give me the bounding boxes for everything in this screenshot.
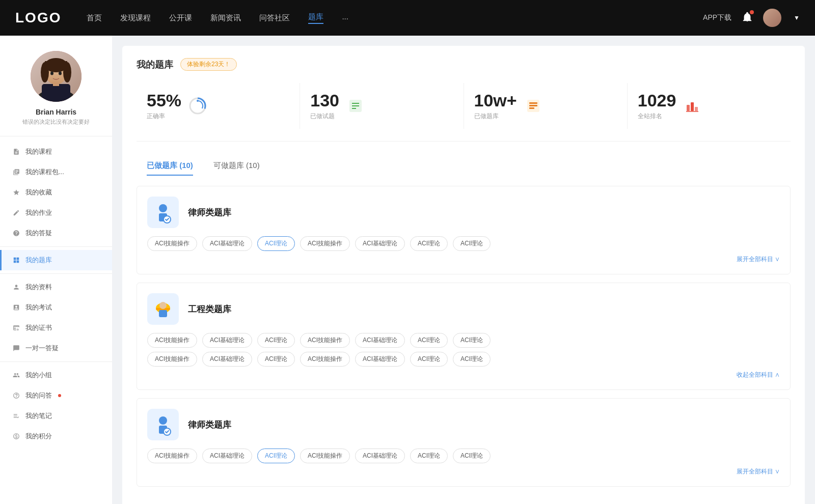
- svg-point-28: [159, 204, 167, 212]
- tag-3-1[interactable]: ACI基础理论: [202, 449, 252, 463]
- avatar-chevron-icon[interactable]: ▼: [794, 14, 800, 21]
- svg-point-11: [59, 72, 62, 75]
- nav-qa[interactable]: 问答社区: [259, 13, 290, 23]
- doc-icon: [12, 303, 20, 312]
- qbank-section-lawyer-1: 律师类题库 ACI技能操作 ACI基础理论 ACI理论 ACI技能操作 ACI基…: [137, 186, 791, 274]
- qa-icon: [12, 391, 20, 400]
- stat-rank: 1029 全站排名: [628, 83, 791, 129]
- nav-right: APP下载 ▼: [703, 9, 800, 27]
- profile-avatar: [31, 51, 82, 102]
- notification-bell[interactable]: [742, 11, 753, 24]
- expand-link-3[interactable]: 展开全部科目 ∨: [147, 467, 780, 476]
- tags-row-2a: ACI技能操作 ACI基础理论 ACI理论 ACI技能操作 ACI基础理论 AC…: [147, 333, 780, 348]
- sidebar-item-notes[interactable]: 我的笔记: [0, 406, 112, 426]
- svg-rect-21: [529, 102, 537, 104]
- svg-rect-9: [45, 61, 67, 70]
- tag-2-3[interactable]: ACI技能操作: [300, 333, 350, 348]
- tab-available-banks[interactable]: 可做题库 (10): [203, 156, 270, 176]
- tag-2-5[interactable]: ACI理论: [410, 333, 448, 348]
- profile-photo: [31, 51, 82, 102]
- sidebar-item-exam[interactable]: 我的考试: [0, 297, 112, 318]
- svg-rect-22: [529, 105, 537, 106]
- nav-qbank[interactable]: 题库: [308, 12, 323, 24]
- profile-motto: 错误的决定比没有决定要好: [10, 118, 102, 126]
- stat-label-done: 已做试题: [310, 112, 339, 121]
- question-icon: [12, 229, 20, 237]
- tab-done-banks[interactable]: 已做题库 (10): [137, 156, 203, 176]
- profile-icon: [12, 283, 20, 291]
- tag-3-6[interactable]: ACI理论: [453, 449, 491, 463]
- tag-2b-5[interactable]: ACI理论: [410, 352, 448, 367]
- logo: LOGO: [15, 10, 61, 26]
- sidebar-item-favorites[interactable]: 我的收藏: [0, 182, 112, 203]
- avatar[interactable]: [763, 9, 781, 27]
- stat-value-done: 130: [310, 91, 339, 110]
- sidebar-menu: 我的课程 我的课程包... 我的收藏 我的作业: [0, 142, 112, 446]
- qbank-title-1: 律师类题库: [188, 207, 231, 218]
- tag-2-6[interactable]: ACI理论: [453, 333, 491, 348]
- expand-link-1[interactable]: 展开全部科目 ∨: [147, 255, 780, 264]
- tag-2-4[interactable]: ACI基础理论: [355, 333, 405, 348]
- nav-news[interactable]: 新闻资讯: [210, 13, 241, 23]
- collapse-link-2[interactable]: 收起全部科目 ∧: [147, 371, 780, 379]
- tag-2-2[interactable]: ACI理论: [257, 333, 295, 348]
- tag-3-4[interactable]: ACI基础理论: [355, 449, 405, 463]
- tag-3-3[interactable]: ACI技能操作: [300, 449, 350, 463]
- tag-2b-3[interactable]: ACI技能操作: [300, 352, 350, 367]
- tag-2-1[interactable]: ACI基础理论: [202, 333, 252, 348]
- sidebar-item-courses[interactable]: 我的课程: [0, 142, 112, 162]
- tag-1-3[interactable]: ACI技能操作: [300, 236, 350, 251]
- trial-badge: 体验剩余23天！: [180, 58, 237, 71]
- tag-1-5[interactable]: ACI理论: [410, 236, 448, 251]
- tag-2b-2[interactable]: ACI理论: [257, 352, 295, 367]
- page-header: 我的题库 体验剩余23天！: [137, 58, 791, 71]
- cert-icon: [12, 324, 20, 332]
- sidebar-item-groups[interactable]: 我的小组: [0, 365, 112, 385]
- tag-1-0[interactable]: ACI技能操作: [147, 236, 197, 251]
- tag-3-2[interactable]: ACI理论: [257, 449, 295, 463]
- tag-1-6[interactable]: ACI理论: [453, 236, 491, 251]
- qbank-header-3: 律师类题库: [147, 409, 780, 440]
- nav-more[interactable]: ···: [342, 14, 348, 22]
- nav-home[interactable]: 首页: [87, 13, 102, 23]
- tag-2b-6[interactable]: ACI理论: [453, 352, 491, 367]
- sidebar-item-cert[interactable]: 我的证书: [0, 318, 112, 338]
- qbank-section-engineer: 工程类题库 ACI技能操作 ACI基础理论 ACI理论 ACI技能操作 ACI基…: [137, 283, 791, 390]
- star-icon: [12, 188, 20, 197]
- tag-1-2[interactable]: ACI理论: [257, 236, 295, 251]
- navbar: LOGO 首页 发现课程 公开课 新闻资讯 问答社区 题库 ··· APP下载 …: [0, 0, 815, 36]
- engineer-icon: [147, 293, 179, 325]
- sidebar-item-onetoone[interactable]: 一对一答疑: [0, 338, 112, 358]
- stat-label-banks: 已做题库: [474, 112, 517, 121]
- svg-point-15: [197, 100, 199, 102]
- sidebar-item-myqa[interactable]: 我的问答: [0, 385, 112, 406]
- nav-opencourse[interactable]: 公开课: [169, 13, 192, 23]
- tag-2b-0[interactable]: ACI技能操作: [147, 352, 197, 367]
- tag-2b-1[interactable]: ACI基础理论: [202, 352, 252, 367]
- tag-1-1[interactable]: ACI基础理论: [202, 236, 252, 251]
- document-icon: [524, 97, 542, 115]
- app-download-link[interactable]: APP下载: [703, 13, 731, 22]
- tag-2-0[interactable]: ACI技能操作: [147, 333, 197, 348]
- sidebar-item-qbank[interactable]: 我的题库: [0, 250, 112, 270]
- stats-row: 55% 正确率: [137, 83, 791, 142]
- svg-point-36: [159, 416, 167, 425]
- svg-point-10: [50, 72, 53, 75]
- bell-dot: [750, 10, 754, 14]
- tag-3-0[interactable]: ACI技能操作: [147, 449, 197, 463]
- sidebar-item-qa[interactable]: 我的答疑: [0, 223, 112, 243]
- sidebar-item-homework[interactable]: 我的作业: [0, 203, 112, 223]
- svg-point-35: [159, 302, 167, 309]
- qbank-title-2: 工程类题库: [188, 303, 231, 315]
- pie-chart-icon: [188, 97, 207, 115]
- group-icon: [12, 371, 20, 379]
- stat-value-accuracy: 55%: [147, 91, 181, 110]
- tag-1-4[interactable]: ACI基础理论: [355, 236, 405, 251]
- sidebar-item-points[interactable]: 我的积分: [0, 426, 112, 446]
- sidebar-item-course-packages[interactable]: 我的课程包...: [0, 162, 112, 182]
- nav-discover[interactable]: 发现课程: [120, 13, 151, 23]
- tag-3-5[interactable]: ACI理论: [410, 449, 448, 463]
- sidebar-item-profile[interactable]: 我的资料: [0, 277, 112, 297]
- tag-2b-4[interactable]: ACI基础理论: [355, 352, 405, 367]
- chat-icon: [12, 344, 20, 352]
